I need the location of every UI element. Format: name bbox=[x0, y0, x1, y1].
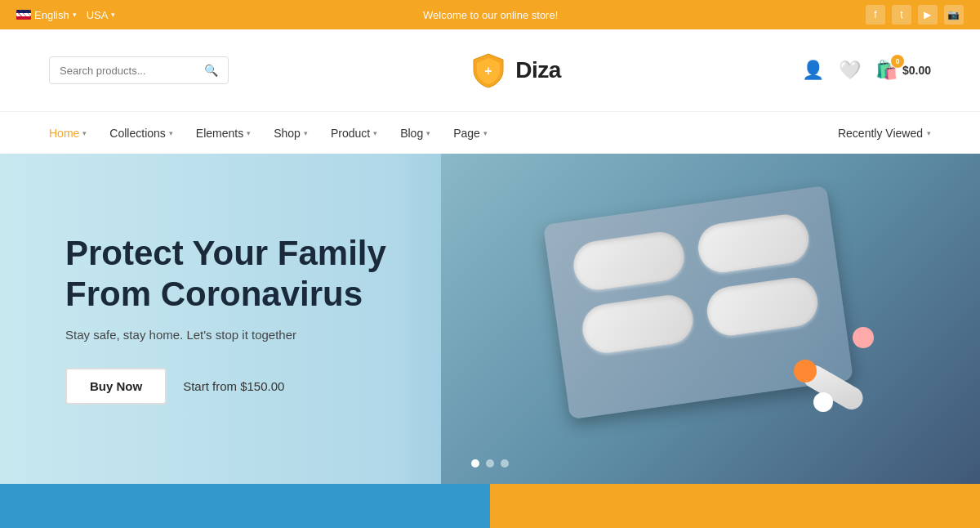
flag-icon bbox=[16, 10, 31, 20]
hero-dot-1[interactable] bbox=[471, 459, 479, 468]
search-box[interactable]: 🔍 bbox=[49, 56, 229, 84]
region-selector[interactable]: USA ▾ bbox=[87, 9, 116, 21]
cart-wrapper[interactable]: 🛍️ 0 $0.00 bbox=[875, 60, 931, 81]
social-icons: f t ▶ 📷 bbox=[866, 5, 964, 25]
nav-label-product: Product bbox=[331, 127, 370, 140]
card-orange[interactable] bbox=[490, 484, 980, 528]
svg-text:+: + bbox=[485, 64, 492, 78]
bottom-cards bbox=[0, 484, 980, 528]
hero-banner: Protect Your Family From Coronavirus Sta… bbox=[0, 154, 980, 484]
nav-label-blog: Blog bbox=[400, 127, 423, 140]
nav-label-shop: Shop bbox=[274, 127, 301, 140]
language-selector[interactable]: English ▾ bbox=[16, 9, 77, 21]
logo-shield-icon: + bbox=[470, 51, 507, 89]
language-label: English bbox=[34, 9, 69, 21]
hero-actions: Buy Now Start from $150.00 bbox=[65, 368, 457, 405]
cart-icon[interactable]: 🛍️ 0 bbox=[875, 60, 898, 81]
top-bar-left: English ▾ USA ▾ bbox=[16, 9, 115, 21]
nav-label-collections: Collections bbox=[109, 127, 165, 140]
region-label: USA bbox=[87, 9, 109, 21]
nav-item-collections[interactable]: Collections ▾ bbox=[109, 127, 172, 140]
hero-title: Protect Your Family From Coronavirus bbox=[65, 233, 457, 315]
header-actions: 👤 🤍 🛍️ 0 $0.00 bbox=[802, 60, 931, 81]
collections-chevron-icon: ▾ bbox=[169, 129, 173, 137]
cart-price: $0.00 bbox=[902, 64, 931, 77]
nav-item-shop[interactable]: Shop ▾ bbox=[274, 127, 308, 140]
welcome-message: Welcome to our online store! bbox=[423, 9, 558, 21]
buy-now-button[interactable]: Buy Now bbox=[65, 368, 167, 405]
recently-viewed[interactable]: Recently Viewed ▾ bbox=[838, 127, 931, 140]
navbar: Home ▾ Collections ▾ Elements ▾ Shop ▾ P… bbox=[0, 111, 980, 154]
facebook-icon[interactable]: f bbox=[866, 5, 885, 25]
instagram-icon[interactable]: 📷 bbox=[944, 5, 964, 25]
region-chevron-icon: ▾ bbox=[111, 11, 115, 19]
shop-chevron-icon: ▾ bbox=[304, 129, 308, 137]
nav-links: Home ▾ Collections ▾ Elements ▾ Shop ▾ P… bbox=[49, 127, 488, 140]
recently-viewed-chevron-icon: ▾ bbox=[927, 129, 931, 137]
top-bar: English ▾ USA ▾ Welcome to our online st… bbox=[0, 0, 980, 29]
blog-chevron-icon: ▾ bbox=[426, 129, 430, 137]
logo[interactable]: + Diza bbox=[470, 51, 561, 89]
nav-item-blog[interactable]: Blog ▾ bbox=[400, 127, 430, 140]
page-chevron-icon: ▾ bbox=[483, 129, 488, 137]
recently-viewed-label: Recently Viewed bbox=[838, 127, 923, 140]
account-icon[interactable]: 👤 bbox=[802, 60, 824, 81]
home-chevron-icon: ▾ bbox=[82, 129, 87, 137]
hero-dot-2[interactable] bbox=[486, 459, 494, 468]
nav-item-page[interactable]: Page ▾ bbox=[453, 127, 488, 140]
nav-label-page: Page bbox=[453, 127, 480, 140]
card-blue[interactable] bbox=[0, 484, 490, 528]
hero-image bbox=[441, 154, 980, 484]
twitter-icon[interactable]: t bbox=[892, 5, 911, 25]
youtube-icon[interactable]: ▶ bbox=[918, 5, 938, 25]
nav-item-home[interactable]: Home ▾ bbox=[49, 127, 87, 140]
logo-text: Diza bbox=[515, 57, 561, 83]
elements-chevron-icon: ▾ bbox=[247, 129, 251, 137]
hero-subtitle: Stay safe, stay home. Let's stop it toge… bbox=[65, 328, 457, 342]
cart-badge: 0 bbox=[891, 55, 904, 68]
nav-item-product[interactable]: Product ▾ bbox=[331, 127, 377, 140]
nav-label-elements: Elements bbox=[196, 127, 243, 140]
search-icon[interactable]: 🔍 bbox=[204, 64, 218, 77]
hero-price: Start from $150.00 bbox=[183, 379, 284, 393]
wishlist-icon[interactable]: 🤍 bbox=[839, 60, 861, 81]
product-chevron-icon: ▾ bbox=[373, 129, 377, 137]
header: 🔍 + Diza 👤 🤍 🛍️ 0 $0.00 bbox=[0, 29, 980, 111]
nav-label-home: Home bbox=[49, 127, 79, 140]
hero-dots bbox=[471, 459, 509, 468]
nav-item-elements[interactable]: Elements ▾ bbox=[196, 127, 251, 140]
hero-dot-3[interactable] bbox=[501, 459, 509, 468]
language-chevron-icon: ▾ bbox=[73, 11, 77, 19]
search-input[interactable] bbox=[60, 65, 198, 77]
hero-content: Protect Your Family From Coronavirus Sta… bbox=[0, 233, 457, 405]
